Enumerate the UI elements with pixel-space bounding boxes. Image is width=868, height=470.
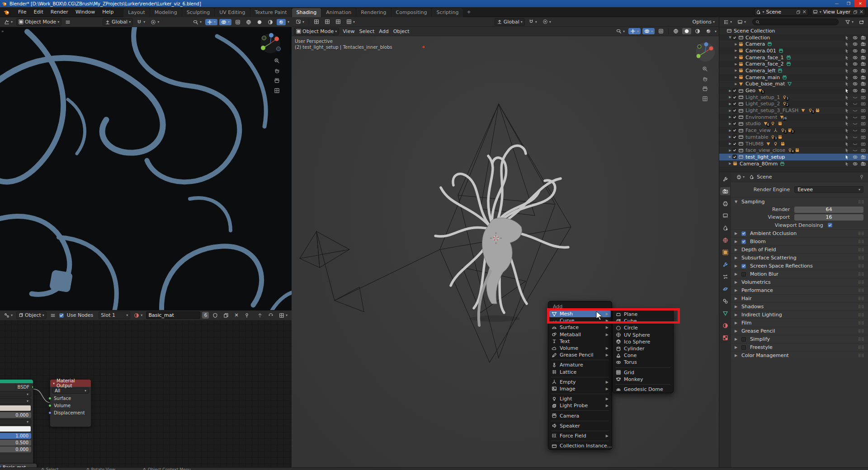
- tab-constraints-icon[interactable]: [720, 297, 730, 305]
- render-restrict-icon[interactable]: [861, 68, 866, 73]
- workspace-tab-compositing[interactable]: Compositing: [392, 8, 432, 17]
- workspace-tab-scripting[interactable]: Scripting: [432, 8, 463, 17]
- workspace-tab-sculpting[interactable]: Sculpting: [182, 8, 215, 17]
- render-restrict-icon[interactable]: [861, 88, 866, 93]
- mesh-submenu-item-torus[interactable]: Torus: [613, 359, 673, 366]
- eye-closed-restrict-icon[interactable]: [853, 101, 858, 106]
- zoom-tool-icon[interactable]: [702, 66, 708, 72]
- zoom-tool-icon[interactable]: [274, 58, 280, 64]
- panel-checkbox[interactable]: [741, 264, 746, 268]
- panel-checkbox[interactable]: [741, 337, 746, 342]
- viewport-menu-object[interactable]: Object: [392, 28, 411, 35]
- add-menu-item-lattice[interactable]: Lattice: [548, 369, 612, 376]
- add-menu-item-metaball[interactable]: Metaball▶: [548, 331, 612, 338]
- collection-checkbox[interactable]: [732, 148, 737, 153]
- panel-simplify[interactable]: ▶Simplify⣿⣿: [731, 335, 868, 343]
- pin-icon[interactable]: [242, 312, 251, 319]
- mesh-submenu-item-plane[interactable]: Plane: [613, 311, 673, 318]
- render-off-restrict-icon[interactable]: [861, 95, 866, 100]
- shading-material-button[interactable]: [266, 19, 275, 25]
- panel-subsurface-scattering[interactable]: ▶Subsurface Scattering⣿⣿: [731, 254, 868, 262]
- outliner-row-turntable[interactable]: ▶turntable3: [719, 134, 868, 141]
- render-restrict-icon[interactable]: [861, 35, 866, 40]
- workspace-tab-rendering[interactable]: Rendering: [356, 8, 391, 17]
- insert-keyframe-icon[interactable]: [255, 312, 264, 319]
- object-visibility-dropdown[interactable]: ▾: [614, 28, 627, 34]
- pointer-restrict-icon[interactable]: [844, 101, 849, 106]
- outliner-row-face-view[interactable]: ▶Face_view33: [719, 127, 868, 134]
- mesh-submenu-item-grid[interactable]: Grid: [613, 369, 673, 376]
- panel-checkbox[interactable]: [741, 231, 746, 236]
- close-button[interactable]: ✕: [854, 0, 866, 7]
- shading-solid-button[interactable]: [682, 28, 691, 34]
- add-menu-item-empty[interactable]: Empty▶: [548, 379, 612, 385]
- menu-window[interactable]: Window: [72, 8, 99, 16]
- panel-motion-blur[interactable]: ▶Motion Blur⣿⣿: [731, 270, 868, 278]
- render-off-restrict-icon[interactable]: [861, 135, 866, 140]
- panel-checkbox[interactable]: [741, 240, 746, 244]
- overlays-toggle[interactable]: ▾: [642, 28, 655, 34]
- workspace-tab-layout[interactable]: Layout: [123, 8, 150, 17]
- move-view-icon[interactable]: [702, 76, 708, 82]
- panel-checkbox[interactable]: [741, 345, 746, 350]
- collection-checkbox[interactable]: [732, 135, 737, 139]
- mesh-submenu-item-cylinder[interactable]: Cylinder: [613, 345, 673, 352]
- pointer-restrict-icon[interactable]: [844, 115, 849, 120]
- mesh-submenu-item-monkey[interactable]: Monkey: [613, 376, 673, 383]
- pin-icon[interactable]: [859, 174, 864, 180]
- panel-freestyle[interactable]: ▶Freestyle⣿⣿: [731, 343, 868, 351]
- tab-object-icon[interactable]: [720, 248, 730, 256]
- bsdf-output-socket[interactable]: BSDF: [0, 383, 33, 390]
- outliner-row-studio[interactable]: ▶studio6: [719, 121, 868, 127]
- editor-type-button[interactable]: ▾: [2, 19, 14, 25]
- render-samples-field[interactable]: 64: [794, 207, 863, 213]
- outliner-row-thumb[interactable]: ▶THUMB: [719, 141, 868, 147]
- render-restrict-icon[interactable]: [861, 48, 866, 53]
- collection-checkbox[interactable]: [732, 89, 737, 93]
- add-menu-item-volume[interactable]: Volume▶: [548, 345, 612, 352]
- mesh-submenu-item-uv-sphere[interactable]: UV Sphere: [613, 332, 673, 338]
- panel-color-management[interactable]: ▶Color Management⣿⣿: [731, 351, 868, 359]
- tool-option-icon[interactable]: [312, 19, 321, 25]
- outliner-row-camera-main[interactable]: ▶Camera_main: [719, 74, 868, 81]
- outliner-row-camera-001[interactable]: ▶Camera.001: [719, 47, 868, 54]
- outliner-row-test-light-setup[interactable]: ▶test_light_setup: [719, 154, 868, 160]
- editor-type-button[interactable]: ▾: [2, 312, 14, 319]
- panel-shadows[interactable]: ▶Shadows⣿⣿: [731, 302, 868, 310]
- bsdf-value-field[interactable]: 0.500: [0, 440, 31, 446]
- menu-toggle-icon[interactable]: [48, 312, 57, 319]
- render-off-restrict-icon[interactable]: [861, 141, 866, 146]
- display-mode-dropdown[interactable]: ▾: [736, 19, 748, 25]
- snap-toggle[interactable]: ▾: [135, 19, 147, 25]
- mesh-submenu-item-cube[interactable]: Cube: [613, 318, 673, 324]
- pointer-restrict-icon[interactable]: [844, 35, 849, 40]
- panel-screen-space-reflections[interactable]: ▶Screen Space Reflections⣿⣿: [731, 262, 868, 270]
- tab-physics-icon[interactable]: [720, 285, 730, 293]
- pointer-restrict-icon[interactable]: [844, 135, 849, 140]
- outliner-row-environment[interactable]: ▶Environment26: [719, 114, 868, 121]
- collection-checkbox[interactable]: [732, 115, 737, 119]
- gizmos-toggle[interactable]: ▾: [628, 28, 641, 34]
- material-name-field[interactable]: Basic_mat: [146, 311, 200, 319]
- eye-closed-restrict-icon[interactable]: [853, 115, 858, 120]
- render-restrict-icon[interactable]: [861, 155, 866, 160]
- add-menu-item-image[interactable]: Image▶: [548, 385, 612, 392]
- collection-checkbox[interactable]: [732, 108, 737, 113]
- tab-particles-icon[interactable]: [720, 273, 730, 281]
- render-engine-dropdown[interactable]: Eevee▾: [794, 186, 863, 193]
- snap-node-icon[interactable]: [266, 312, 275, 319]
- outliner-row-scene-collection[interactable]: Scene Collection: [719, 28, 868, 34]
- transform-orientation-dropdown[interactable]: Global▾: [495, 18, 525, 26]
- base-color-swatch[interactable]: [0, 405, 31, 411]
- blender-logo-icon[interactable]: [4, 9, 12, 15]
- new-scene-icon[interactable]: [796, 10, 801, 14]
- outliner-row-geo[interactable]: ▶Geo5: [719, 87, 868, 94]
- shader-type-dropdown[interactable]: Object▾: [16, 311, 47, 319]
- input-socket-volume[interactable]: Volume: [50, 402, 91, 409]
- bsdf-value-field[interactable]: 0.000: [0, 412, 31, 418]
- eye-closed-restrict-icon[interactable]: [853, 95, 858, 100]
- shading-rendered-button[interactable]: [704, 28, 713, 34]
- xray-toggle[interactable]: [656, 28, 665, 34]
- viewport-menu-select[interactable]: Select: [357, 28, 376, 35]
- outliner-search[interactable]: [752, 19, 839, 25]
